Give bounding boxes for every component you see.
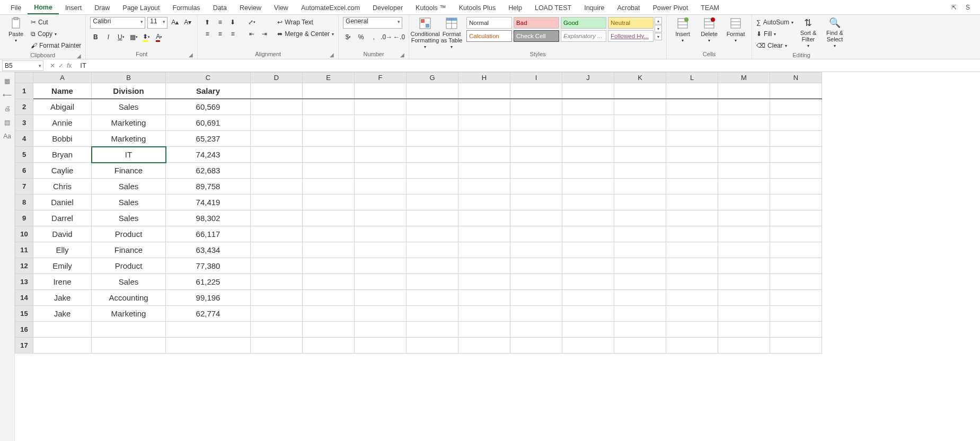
cell-A5[interactable]: Bryan	[33, 147, 92, 163]
tab-acrobat[interactable]: Acrobat	[611, 1, 646, 14]
cell-N11[interactable]	[770, 242, 822, 258]
cell-I5[interactable]	[510, 147, 562, 163]
tab-automateexcel-com[interactable]: AutomateExcel.com	[295, 1, 366, 14]
cell-H15[interactable]	[458, 306, 510, 322]
tab-load-test[interactable]: LOAD TEST	[528, 1, 578, 14]
col-header-K[interactable]: K	[614, 73, 666, 83]
alignment-launcher-icon[interactable]: ◢	[330, 52, 334, 58]
cell-I16[interactable]	[510, 322, 562, 338]
increase-decimal-button[interactable]: .0→	[381, 32, 392, 42]
cell-F6[interactable]	[355, 163, 407, 179]
tab-data[interactable]: Data	[207, 1, 233, 14]
cell-F8[interactable]	[355, 195, 407, 210]
cell-L17[interactable]	[666, 338, 718, 354]
cell-L1[interactable]	[666, 83, 718, 99]
cell-E15[interactable]	[303, 306, 355, 322]
cell-D10[interactable]	[251, 226, 303, 242]
row-header-5[interactable]: 5	[15, 147, 33, 163]
cell-C8[interactable]: 74,419	[166, 195, 251, 210]
cell-M6[interactable]	[718, 163, 770, 179]
cell-E13[interactable]	[303, 274, 355, 290]
cell-C9[interactable]: 98,302	[166, 210, 251, 226]
cell-F11[interactable]	[355, 242, 407, 258]
row-header-9[interactable]: 9	[15, 210, 33, 226]
cell-N12[interactable]	[770, 258, 822, 274]
decrease-decimal-button[interactable]: ←.0	[394, 32, 404, 42]
border-button[interactable]: ▦▾	[128, 32, 139, 42]
cell-D7[interactable]	[251, 179, 303, 195]
cell-G13[interactable]	[407, 274, 458, 290]
cell-N4[interactable]	[770, 131, 822, 147]
format-as-table-button[interactable]: Format as Table▾	[440, 17, 463, 49]
number-launcher-icon[interactable]: ◢	[400, 52, 404, 58]
cell-F15[interactable]	[355, 306, 407, 322]
cell-E8[interactable]	[303, 195, 355, 210]
paste-button[interactable]: Paste▾	[4, 17, 28, 43]
copy-button[interactable]: ⧉Copy▾	[31, 29, 81, 39]
cell-M11[interactable]	[718, 242, 770, 258]
cell-E11[interactable]	[303, 242, 355, 258]
cell-N14[interactable]	[770, 290, 822, 306]
cell-A12[interactable]: Emily	[33, 258, 92, 274]
cell-B9[interactable]: Sales	[92, 210, 166, 226]
style-neutral[interactable]: Neutral	[608, 17, 654, 29]
cell-L2[interactable]	[666, 99, 718, 115]
cell-B6[interactable]: Finance	[92, 163, 166, 179]
cell-K7[interactable]	[614, 179, 666, 195]
cell-C6[interactable]: 62,683	[166, 163, 251, 179]
styles-scroll-up-icon[interactable]: ▴	[655, 17, 662, 24]
cell-A9[interactable]: Darrel	[33, 210, 92, 226]
sidetool-icon[interactable]: Aa	[3, 133, 11, 140]
cell-C2[interactable]: 60,569	[166, 99, 251, 115]
cell-G11[interactable]	[407, 242, 458, 258]
cell-A10[interactable]: David	[33, 226, 92, 242]
cell-I10[interactable]	[510, 226, 562, 242]
cell-L3[interactable]	[666, 115, 718, 131]
cell-F4[interactable]	[355, 131, 407, 147]
cell-B4[interactable]: Marketing	[92, 131, 166, 147]
cell-N16[interactable]	[770, 322, 822, 338]
cell-M12[interactable]	[718, 258, 770, 274]
cell-H2[interactable]	[458, 99, 510, 115]
cell-H17[interactable]	[458, 338, 510, 354]
cell-A3[interactable]: Annie	[33, 115, 92, 131]
cell-K8[interactable]	[614, 195, 666, 210]
percent-format-button[interactable]: %	[356, 32, 366, 42]
cell-C5[interactable]: 74,243	[166, 147, 251, 163]
fill-color-button[interactable]: ⬍▾	[141, 32, 152, 42]
cell-K17[interactable]	[614, 338, 666, 354]
col-header-C[interactable]: C	[166, 73, 251, 83]
cell-D1[interactable]	[251, 83, 303, 99]
cell-G14[interactable]	[407, 290, 458, 306]
cell-D2[interactable]	[251, 99, 303, 115]
select-all-corner[interactable]	[15, 73, 33, 83]
cell-J1[interactable]	[562, 83, 614, 99]
cell-D12[interactable]	[251, 258, 303, 274]
col-header-L[interactable]: L	[666, 73, 718, 83]
cell-K1[interactable]	[614, 83, 666, 99]
cell-L8[interactable]	[666, 195, 718, 210]
cell-B1[interactable]: Division	[92, 83, 166, 99]
row-header-6[interactable]: 6	[15, 163, 33, 179]
cell-E17[interactable]	[303, 338, 355, 354]
cell-H14[interactable]	[458, 290, 510, 306]
col-header-D[interactable]: D	[251, 73, 303, 83]
cell-N9[interactable]	[770, 210, 822, 226]
row-header-4[interactable]: 4	[15, 131, 33, 147]
styles-scroll-down-icon[interactable]: ▾	[655, 25, 662, 32]
col-header-I[interactable]: I	[510, 73, 562, 83]
cell-I13[interactable]	[510, 274, 562, 290]
cell-F1[interactable]	[355, 83, 407, 99]
cell-F16[interactable]	[355, 322, 407, 338]
cell-J11[interactable]	[562, 242, 614, 258]
decrease-indent-button[interactable]: ⇤	[246, 29, 257, 39]
style-bad[interactable]: Bad	[514, 17, 559, 29]
cell-J14[interactable]	[562, 290, 614, 306]
cell-B12[interactable]: Product	[92, 258, 166, 274]
col-header-F[interactable]: F	[355, 73, 407, 83]
align-right-button[interactable]: ≡	[227, 29, 238, 39]
cell-D17[interactable]	[251, 338, 303, 354]
name-box[interactable]: B5	[2, 60, 43, 71]
row-header-13[interactable]: 13	[15, 274, 33, 290]
tab-home[interactable]: Home	[28, 1, 59, 14]
